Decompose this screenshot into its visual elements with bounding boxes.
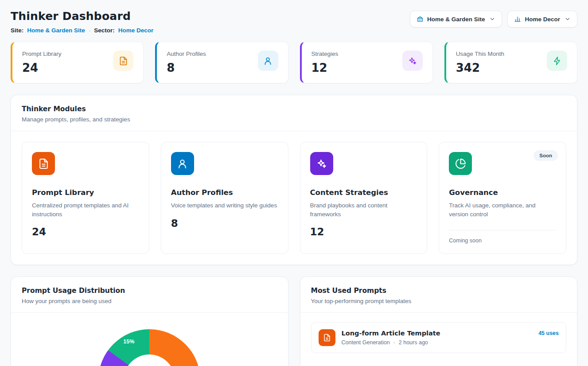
prompt-item-title: Long-form Article Template (342, 330, 440, 337)
usage-card-title: Prompt Usage Distribution (22, 287, 277, 295)
dashboard-page: Thinker Dashboard Site: Home & Garden Si… (0, 0, 588, 366)
module-card-governance[interactable]: Soon Governance Track AI usage, complian… (439, 142, 566, 254)
prompt-uses-badge: 45 uses (538, 330, 559, 336)
modules-panel-subtitle: Manage prompts, profiles, and strategies (22, 116, 566, 123)
stat-card-prompt-library: Prompt Library 24 (11, 42, 144, 83)
site-label: Site: (11, 27, 23, 34)
modules-panel-header: Thinker Modules Manage prompts, profiles… (11, 95, 577, 131)
user-icon (258, 51, 278, 71)
module-title: Governance (449, 188, 556, 197)
usage-donut: 15% (98, 329, 200, 366)
module-description: Brand playbooks and content frameworks (310, 201, 417, 218)
module-title: Author Profiles (171, 188, 278, 197)
stat-label: Author Profiles (167, 51, 206, 57)
prompt-time: 2 hours ago (399, 339, 428, 346)
prompts-card-header: Most Used Prompts Your top-performing pr… (300, 277, 577, 313)
pie-chart-icon (449, 152, 472, 175)
header-selectors: Home & Garden Site Home Decor (410, 11, 577, 27)
module-count: 12 (310, 226, 417, 238)
module-description: Voice templates and writing style guides (171, 201, 278, 210)
stat-text: Prompt Library 24 (22, 51, 62, 74)
module-description: Centralized prompt templates and AI inst… (32, 201, 139, 218)
breadcrumb: Site: Home & Garden Site · Sector: Home … (11, 27, 153, 34)
stat-text: Strategies 12 (312, 51, 339, 74)
thinker-modules-panel: Thinker Modules Manage prompts, profiles… (11, 95, 577, 265)
module-card-prompt-library[interactable]: Prompt Library Centralized prompt templa… (22, 142, 149, 254)
module-divider (449, 230, 556, 230)
donut-segment-label: 15% (123, 339, 134, 345)
prompt-item-text: Long-form Article Template Content Gener… (342, 330, 440, 346)
donut-hole (124, 354, 175, 366)
usage-chart-body: 15% (11, 329, 288, 366)
stat-label: Strategies (312, 51, 339, 57)
sector-link[interactable]: Home Decor (118, 27, 154, 34)
file-text-icon (319, 329, 335, 346)
prompt-item-meta: Content Generation · 2 hours ago (342, 339, 440, 346)
chevron-down-icon (489, 16, 495, 22)
module-card-content-strategies[interactable]: Content Strategies Brand playbooks and c… (300, 142, 428, 254)
user-icon (171, 152, 194, 175)
sparkle-icon (402, 51, 423, 71)
module-title: Prompt Library (32, 188, 139, 197)
meta-separator: · (393, 339, 395, 346)
stat-value: 24 (22, 61, 62, 74)
bottom-row: Prompt Usage Distribution How your promp… (11, 276, 577, 366)
chevron-down-icon (565, 16, 571, 22)
sector-selector-label: Home Decor (525, 16, 560, 23)
module-count: 24 (32, 226, 139, 238)
stat-card-usage: Usage This Month 342 (444, 42, 577, 83)
site-link[interactable]: Home & Garden Site (27, 27, 85, 34)
bar-chart-icon (514, 16, 521, 23)
coming-soon-text: Coming soon (449, 238, 556, 244)
site-selector-label: Home & Garden Site (427, 16, 485, 23)
stat-value: 8 (167, 61, 206, 74)
stat-text: Author Profiles 8 (167, 51, 206, 74)
lightning-icon (547, 51, 567, 71)
module-card-author-profiles[interactable]: Author Profiles Voice templates and writ… (161, 142, 288, 254)
topbar: Thinker Dashboard Site: Home & Garden Si… (11, 6, 577, 34)
stat-text: Usage This Month 342 (456, 51, 504, 74)
stat-value: 342 (456, 61, 504, 74)
module-description: Track AI usage, compliance, and version … (449, 201, 556, 218)
stats-row: Prompt Library 24 Author Profiles 8 Stra… (11, 42, 577, 83)
stat-value: 12 (312, 61, 339, 74)
page-title: Thinker Dashboard (11, 10, 153, 23)
stat-card-strategies: Strategies 12 (300, 42, 433, 83)
meta-separator: · (89, 27, 91, 34)
building-icon (417, 16, 424, 23)
stat-label: Prompt Library (22, 51, 62, 57)
most-used-prompts-card: Most Used Prompts Your top-performing pr… (300, 276, 578, 366)
sector-label: Sector: (94, 27, 115, 34)
usage-card-subtitle: How your prompts are being used (22, 298, 277, 304)
sector-selector-dropdown[interactable]: Home Decor (507, 11, 577, 27)
usage-distribution-card: Prompt Usage Distribution How your promp… (11, 276, 288, 366)
module-title: Content Strategies (310, 188, 417, 197)
site-selector-dropdown[interactable]: Home & Garden Site (410, 11, 502, 27)
module-count: 8 (171, 218, 278, 229)
usage-card-header: Prompt Usage Distribution How your promp… (11, 277, 288, 313)
header-left: Thinker Dashboard Site: Home & Garden Si… (11, 6, 153, 34)
prompt-list-item[interactable]: Long-form Article Template Content Gener… (311, 322, 567, 353)
prompts-card-title: Most Used Prompts (311, 287, 567, 295)
prompts-card-subtitle: Your top-performing prompt templates (311, 298, 567, 304)
stat-card-author-profiles: Author Profiles 8 (155, 42, 288, 83)
soon-badge: Soon (533, 150, 558, 161)
file-text-icon (113, 51, 133, 71)
prompt-category: Content Generation (342, 339, 390, 346)
stat-label: Usage This Month (456, 51, 504, 57)
modules-panel-title: Thinker Modules (22, 105, 566, 113)
file-text-icon (32, 152, 55, 175)
sparkle-icon (310, 152, 333, 175)
modules-grid: Prompt Library Centralized prompt templa… (11, 131, 577, 265)
